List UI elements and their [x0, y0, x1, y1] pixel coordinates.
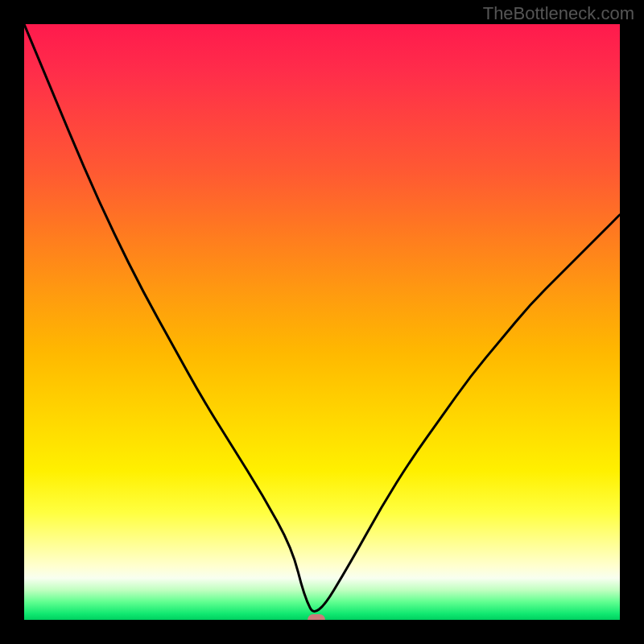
watermark-text: TheBottleneck.com [483, 3, 634, 24]
plot-area [24, 24, 620, 620]
curve-svg [24, 24, 620, 620]
optimal-point-marker [308, 614, 325, 620]
bottleneck-curve-line [24, 24, 620, 611]
chart-container: TheBottleneck.com [0, 0, 644, 644]
